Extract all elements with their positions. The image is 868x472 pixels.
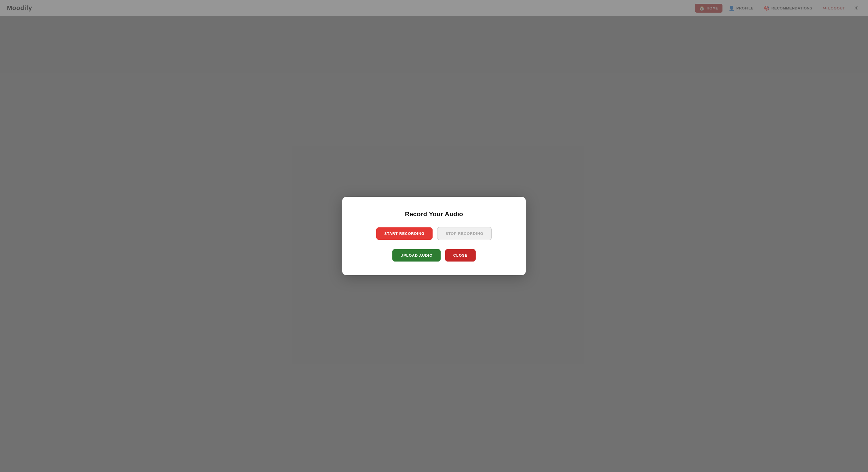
recording-controls-row: START RECORDING STOP RECORDING <box>376 227 492 240</box>
upload-audio-button[interactable]: UPLOAD AUDIO <box>392 249 441 262</box>
close-button[interactable]: CLOSE <box>445 249 476 262</box>
modal-title: Record Your Audio <box>405 210 463 218</box>
stop-recording-button[interactable]: STOP RECORDING <box>437 227 492 240</box>
modal-overlay: Record Your Audio START RECORDING STOP R… <box>0 0 868 472</box>
record-audio-modal: Record Your Audio START RECORDING STOP R… <box>342 197 526 275</box>
start-recording-button[interactable]: START RECORDING <box>376 227 433 240</box>
modal-action-row: UPLOAD AUDIO CLOSE <box>392 249 476 262</box>
